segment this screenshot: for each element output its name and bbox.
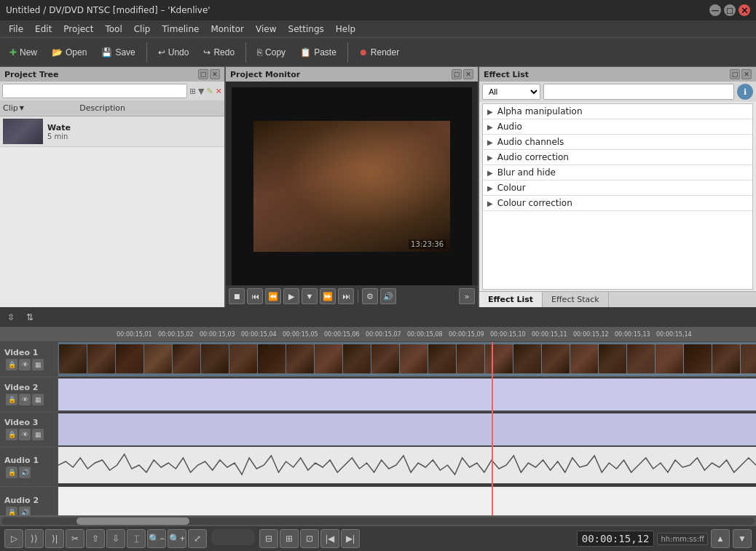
timeline-scroll-button[interactable]: ⇅ xyxy=(22,309,38,325)
effect-filter-select[interactable]: All xyxy=(482,84,540,100)
track-v1-lock-button[interactable]: 🔒 xyxy=(6,359,17,370)
effect-category-colour[interactable]: ▶ Colour xyxy=(483,181,752,196)
project-tree-search-input[interactable] xyxy=(2,84,187,98)
project-tree-restore-button[interactable]: □ xyxy=(198,69,208,79)
track-v3-lock-button[interactable]: 🔒 xyxy=(6,429,17,440)
open-button[interactable]: 📂 Open xyxy=(45,44,93,60)
scroll-thumb[interactable] xyxy=(76,518,189,525)
monitor-expand-button[interactable]: » xyxy=(459,288,475,304)
menu-timeline[interactable]: Timeline xyxy=(156,23,205,36)
track-a1-mute-button[interactable]: 🔊 xyxy=(19,467,31,478)
track-v1-composite-button[interactable]: ▦ xyxy=(32,359,44,370)
monitor-forward-button[interactable]: ⏩ xyxy=(320,288,336,304)
timeline-horizontal-scrollbar[interactable] xyxy=(0,515,756,526)
bottom-btn-fit[interactable]: ⤢ xyxy=(188,529,207,548)
paste-button[interactable]: 📋 Paste xyxy=(294,44,343,60)
track-content-audio-2[interactable] xyxy=(58,487,756,515)
effect-category-audio[interactable]: ▶ Audio xyxy=(483,119,752,135)
effect-category-colour-correction[interactable]: ▶ Colour correction xyxy=(483,196,752,211)
bottom-btn-3[interactable]: ⟩| xyxy=(45,529,64,548)
track-a2-mute-button[interactable]: 🔊 xyxy=(19,507,31,516)
effect-list-close-button[interactable]: ✕ xyxy=(741,69,752,79)
bottom-btn-razor[interactable]: ✂ xyxy=(66,529,84,548)
menu-monitor[interactable]: Monitor xyxy=(205,23,250,36)
monitor-restore-button[interactable]: □ xyxy=(452,69,462,79)
menu-project[interactable]: Project xyxy=(58,23,99,36)
render-button[interactable]: ⏺ Render xyxy=(353,44,406,60)
effect-category-alpha[interactable]: ▶ Alpha manipulation xyxy=(483,104,752,119)
menu-help[interactable]: Help xyxy=(330,23,361,36)
monitor-audio-button[interactable]: 🔊 xyxy=(380,288,396,304)
delete-icon[interactable]: ✕ xyxy=(216,87,222,96)
audio-2-empty xyxy=(58,487,756,515)
save-button[interactable]: 💾 Save xyxy=(95,44,141,60)
grid-view-icon[interactable]: ⊞ xyxy=(189,87,196,96)
minimize-button[interactable]: ─ xyxy=(709,4,721,16)
zoom-in-button[interactable]: 🔍+ xyxy=(168,529,186,548)
menu-view[interactable]: View xyxy=(250,23,282,36)
monitor-close-button[interactable]: ✕ xyxy=(463,69,473,79)
bottom-btn-extract[interactable]: ⇩ xyxy=(106,529,125,548)
bottom-btn-prev-frame[interactable]: |◀ xyxy=(320,529,339,548)
bottom-btn-snap[interactable]: ⊟ xyxy=(259,529,278,548)
timecode-up-button[interactable]: ▲ xyxy=(711,529,730,548)
clip-column-header[interactable]: Clip ▼ xyxy=(0,103,76,113)
menu-settings[interactable]: Settings xyxy=(283,23,330,36)
menu-file[interactable]: File xyxy=(3,23,29,36)
edit-icon[interactable]: ✎ xyxy=(207,87,213,96)
redo-button[interactable]: ↪ Redo xyxy=(197,44,241,60)
close-button[interactable]: ✕ xyxy=(739,4,750,16)
tab-effect-list[interactable]: Effect List xyxy=(479,292,543,307)
project-tree-close-button[interactable]: ✕ xyxy=(210,69,220,79)
track-v2-composite-button[interactable]: ▦ xyxy=(32,394,44,405)
effect-category-audio-correction[interactable]: ▶ Audio correction xyxy=(483,150,752,165)
monitor-play-button[interactable]: ▶ xyxy=(283,288,299,304)
bottom-btn-2[interactable]: ⟩⟩ xyxy=(25,529,44,548)
monitor-next-frame-button[interactable]: ⏭ xyxy=(338,288,354,304)
effect-list-restore-button[interactable]: □ xyxy=(730,69,740,79)
new-button[interactable]: ✚ New xyxy=(3,44,44,60)
zoom-slider[interactable] xyxy=(211,529,255,545)
undo-button[interactable]: ↩ Undo xyxy=(151,44,196,60)
track-content-video-3[interactable] xyxy=(58,412,756,446)
bottom-btn-lift[interactable]: ⇧ xyxy=(86,529,105,548)
track-content-video-1[interactable] xyxy=(58,342,756,376)
track-v1-mute-button[interactable]: 👁 xyxy=(19,359,31,370)
maximize-button[interactable]: □ xyxy=(724,4,736,16)
bottom-btn-guide[interactable]: ⊡ xyxy=(300,529,319,548)
effect-info-button[interactable]: ℹ xyxy=(737,84,753,100)
copy-button[interactable]: ⎘ Copy xyxy=(251,44,292,60)
bottom-btn-next-frame[interactable]: ▶| xyxy=(341,529,360,548)
track-v3-composite-button[interactable]: ▦ xyxy=(32,429,44,440)
track-v3-mute-button[interactable]: 👁 xyxy=(19,429,31,440)
tab-effect-stack[interactable]: Effect Stack xyxy=(543,292,609,307)
monitor-rewind-button[interactable]: ⏪ xyxy=(265,288,281,304)
bottom-btn-insert[interactable]: ⌶ xyxy=(127,529,146,548)
description-column-header[interactable]: Description xyxy=(76,103,224,113)
track-a2-lock-button[interactable]: 🔒 xyxy=(6,507,17,516)
menu-tool[interactable]: Tool xyxy=(99,23,127,36)
track-v2-mute-button[interactable]: 👁 xyxy=(19,394,31,405)
effect-category-audio-channels[interactable]: ▶ Audio channels xyxy=(483,135,752,150)
effect-category-blur-hide[interactable]: ▶ Blur and hide xyxy=(483,165,752,181)
zoom-out-button[interactable]: 🔍− xyxy=(147,529,166,548)
monitor-play-dropdown-button[interactable]: ▼ xyxy=(302,288,318,304)
menu-clip[interactable]: Clip xyxy=(128,23,157,36)
menu-edit[interactable]: Edit xyxy=(29,23,58,36)
track-v2-lock-button[interactable]: 🔒 xyxy=(6,394,17,405)
scroll-track[interactable] xyxy=(1,518,755,525)
monitor-stop-button[interactable]: ⏹ xyxy=(229,288,245,304)
bottom-btn-1[interactable]: ▷ xyxy=(4,529,23,548)
monitor-prev-frame-button[interactable]: ⏮ xyxy=(247,288,263,304)
project-tree-item[interactable]: Wate 5 min xyxy=(0,116,224,147)
track-content-video-2[interactable] xyxy=(58,377,756,411)
monitor-settings-button[interactable]: ⚙ xyxy=(362,288,378,304)
effect-search-input[interactable] xyxy=(543,84,734,100)
list-view-icon[interactable]: ▼ xyxy=(198,87,204,96)
timecode-down-button[interactable]: ▼ xyxy=(733,529,752,548)
playhead[interactable] xyxy=(492,342,493,515)
timeline-split-button[interactable]: ⇳ xyxy=(3,309,19,325)
track-a1-lock-button[interactable]: 🔒 xyxy=(6,467,17,478)
bottom-btn-marker[interactable]: ⊞ xyxy=(280,529,299,548)
track-content-audio-1[interactable] xyxy=(58,447,756,485)
